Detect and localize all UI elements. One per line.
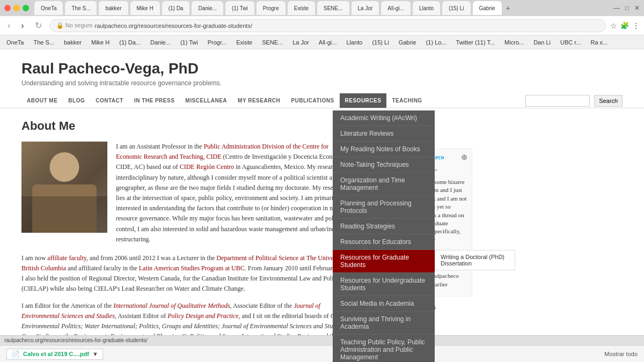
show-all-button[interactable]: Mostrar todo	[604, 351, 638, 357]
dropdown-educators[interactable]: Resources for Educators	[333, 234, 435, 250]
status-bar: raulpacheco.org/resources/resources-for-…	[0, 335, 644, 345]
tab-1[interactable]: OneTa	[34, 1, 63, 15]
download-bar: 📄 Calvo et al 2019 C....pdf ▼ Mostrar to…	[0, 345, 644, 362]
bookmark-1[interactable]: OneTa	[4, 38, 26, 47]
dropdown-reading[interactable]: Reading Strategies	[333, 219, 435, 234]
download-chevron[interactable]: ▼	[92, 351, 98, 357]
download-pdf-icon: 📄	[11, 350, 20, 358]
dropdown-academic-writing[interactable]: Academic Writing (#AcWri)	[333, 110, 435, 126]
tab-6[interactable]: Danie...	[192, 1, 223, 15]
bookmark-6[interactable]: Danie...	[148, 38, 173, 47]
nav-blog[interactable]: BLOG	[63, 93, 90, 108]
dropdown-organization[interactable]: Organization and Time Management	[333, 173, 435, 196]
main-content: About Me I am an Assistant Professor in …	[0, 108, 644, 362]
reload-button[interactable]: ↻	[32, 19, 45, 32]
browser-icons: ☆ 🧩 ⋮	[610, 21, 640, 30]
bookmark-2[interactable]: The S...	[31, 38, 56, 47]
extensions-icon[interactable]: 🧩	[620, 21, 629, 30]
minimize-btn[interactable]	[13, 5, 20, 11]
bookmark-15[interactable]: Gabrie	[397, 38, 419, 47]
bookmark-11[interactable]: La Jor	[290, 38, 311, 47]
website-content: Raul Pacheco-Vega, PhD Understanding and…	[0, 49, 644, 362]
tab-bar: OneTa The S... bakker Mike H (1) Da Dani…	[0, 0, 644, 16]
download-file-item: 📄 Calvo et al 2019 C....pdf ▼	[6, 349, 103, 360]
dropdown-grad-students[interactable]: Resources for Graduate Students Writing …	[333, 250, 435, 273]
tab-8[interactable]: Progre	[257, 1, 286, 15]
nav-about[interactable]: ABOUT ME	[21, 93, 63, 108]
tab-10[interactable]: SENE...	[317, 1, 349, 15]
about-paragraph-2: I am now affiliate faculty, and from 200…	[21, 253, 354, 294]
bookmark-16[interactable]: (1) Lo...	[424, 38, 449, 47]
site-navigation: ABOUT ME BLOG CONTACT IN THE PRESS MISCE…	[21, 93, 623, 108]
dropdown-sub-item[interactable]: Writing a Doctoral (PhD) Dissertation	[435, 250, 515, 270]
search-input[interactable]	[525, 95, 590, 107]
tab-12[interactable]: All-gi...	[381, 1, 411, 15]
dropdown-planning[interactable]: Planning and Processing Protocols	[333, 196, 435, 219]
bookmark-9[interactable]: Existe	[234, 38, 254, 47]
bookmark-20[interactable]: UBC r...	[558, 38, 583, 47]
bookmark-8[interactable]: Progr...	[206, 38, 229, 47]
bookmark-12[interactable]: All-gi...	[317, 38, 339, 47]
tab-14[interactable]: (15) Li	[442, 1, 470, 15]
url-display: raulpacheco.org/resources/resources-for-…	[94, 23, 252, 29]
nav-contact[interactable]: CONTACT	[90, 93, 129, 108]
browser-menu[interactable]: ⋮	[632, 21, 640, 30]
tab-2[interactable]: The S...	[65, 1, 97, 15]
site-header: Raul Pacheco-Vega, PhD Understanding and…	[0, 49, 644, 108]
close-window[interactable]: ✕	[634, 4, 640, 12]
bookmark-18[interactable]: Micro...	[502, 38, 526, 47]
new-tab-btn[interactable]: +	[506, 4, 510, 12]
bookmark-4[interactable]: Mike H	[89, 38, 112, 47]
nav-press[interactable]: IN THE PRESS	[129, 93, 180, 108]
tab-7[interactable]: (1) Twi	[225, 1, 254, 15]
dropdown-literature[interactable]: Literature Reviews	[333, 126, 435, 142]
bookmark-7[interactable]: (1) Twi	[178, 38, 200, 47]
dropdown-note-taking[interactable]: Note-Taking Techniques	[333, 157, 435, 173]
tab-15[interactable]: Gabrie	[473, 1, 502, 15]
bookmark-5[interactable]: (1) Da...	[117, 38, 143, 47]
forward-button[interactable]: ›	[18, 20, 27, 32]
dropdown-undergrad[interactable]: Resources for Undergraduate Students	[333, 273, 435, 296]
tab-13[interactable]: Llanto	[413, 1, 440, 15]
minimize-window[interactable]: —	[613, 4, 620, 12]
download-filename[interactable]: Calvo et al 2019 C....pdf	[23, 351, 89, 357]
bookmark-17[interactable]: Twitter (11) T...	[454, 38, 497, 47]
bookmark-13[interactable]: Llanto	[344, 38, 364, 47]
nav-resources[interactable]: RESOURCES	[340, 93, 387, 108]
search-button[interactable]: Search	[594, 95, 623, 107]
dropdown-social-media[interactable]: Social Media in Academia	[333, 296, 435, 312]
link-policy-design[interactable]: Policy Design and Practice	[167, 312, 238, 320]
bookmark-star[interactable]: ☆	[610, 21, 617, 30]
bookmark-14[interactable]: (15) Li	[370, 38, 391, 47]
tab-5[interactable]: (1) Da	[162, 1, 190, 15]
maximize-btn[interactable]	[23, 5, 29, 11]
bookmark-3[interactable]: bakker	[62, 38, 84, 47]
link-affiliate[interactable]: affiliate faculty	[47, 254, 86, 262]
bookmark-19[interactable]: Dan Li	[531, 38, 553, 47]
nav-research[interactable]: MY RESEARCH	[232, 93, 286, 108]
link-ijqm[interactable]: International Journal of Qualitative Met…	[113, 302, 230, 309]
dropdown-reading-notes[interactable]: My Reading Notes of Books	[333, 142, 435, 157]
page-title: About Me	[21, 119, 354, 133]
tab-11[interactable]: La Jor	[352, 1, 379, 15]
close-btn[interactable]	[4, 5, 11, 11]
restore-window[interactable]: □	[625, 4, 629, 12]
nav-teaching[interactable]: TEACHING	[386, 93, 427, 108]
tab-9[interactable]: Existe	[288, 1, 315, 15]
tab-3[interactable]: bakker	[99, 1, 128, 15]
twitter-settings-icon[interactable]: ⊕	[461, 153, 467, 162]
bookmark-10[interactable]: SENE...	[260, 38, 285, 47]
link-latin-american[interactable]: Latin American Studies Program at UBC	[139, 264, 245, 272]
link-public-admin[interactable]: Public Administration Division of the Ce…	[116, 143, 328, 160]
content-area: About Me I am an Assistant Professor in …	[11, 108, 365, 362]
dropdown-teaching[interactable]: Teaching Public Policy, Public Administr…	[333, 335, 435, 362]
address-bar[interactable]: 🔒 No seguro raulpacheco.org/resources/re…	[49, 19, 606, 32]
site-subtitle: Understanding and solving intractable re…	[21, 79, 623, 87]
bookmark-21[interactable]: Ra x...	[588, 38, 610, 47]
nav-publications[interactable]: PUBLICATIONS	[286, 93, 339, 108]
dropdown-surviving[interactable]: Surviving and Thriving in Academia	[333, 312, 435, 335]
nav-misc[interactable]: MISCELLANEA	[180, 93, 232, 108]
back-button[interactable]: ‹	[4, 20, 13, 32]
link-cide-region[interactable]: CIDE Región Centro	[180, 163, 234, 171]
tab-4[interactable]: Mike H	[130, 1, 160, 15]
